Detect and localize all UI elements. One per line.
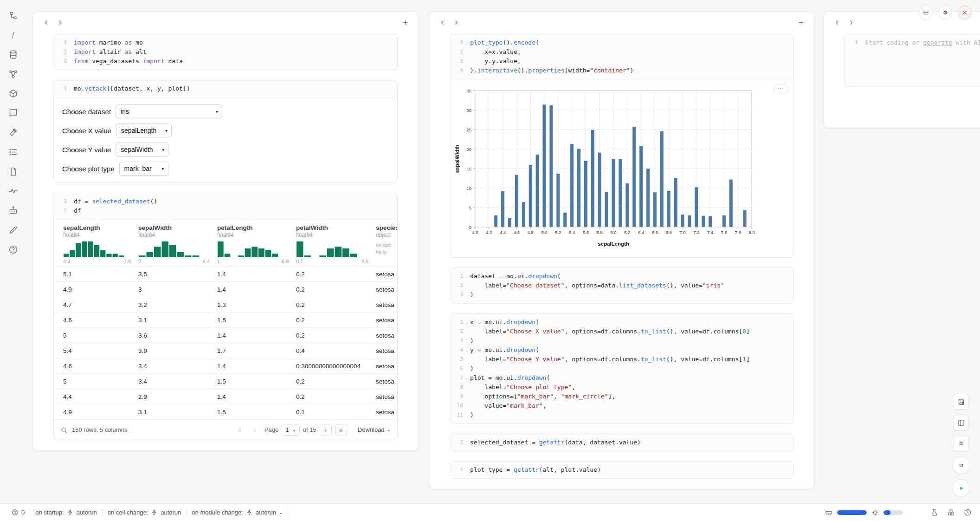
- line-number: 9: [452, 392, 463, 401]
- altair-bar-chart[interactable]: 4.04.24.44.64.85.05.25.45.65.86.06.26.46…: [454, 85, 756, 249]
- code-line: 4).interactive().properties(width="conta…: [452, 66, 788, 75]
- cell-editor[interactable]: 1⌄dataset = mo.ui.dropdown(2 label="Choo…: [450, 268, 793, 303]
- fold-marker: [463, 465, 470, 475]
- dropdown-select[interactable]: mark_bar▾: [119, 162, 168, 176]
- autorun-setting-2[interactable]: on module change:autorun⌄: [187, 509, 288, 516]
- last-page-button[interactable]: »: [335, 424, 347, 436]
- table-row[interactable]: 53.41.50.2setosa: [54, 373, 397, 389]
- dropdown-select[interactable]: iris▾: [116, 104, 222, 118]
- save-button[interactable]: [953, 394, 969, 410]
- svg-text:5.0: 5.0: [541, 230, 547, 235]
- chevron-down-icon: ⌄: [292, 427, 296, 432]
- sidebar-item-help[interactable]: [7, 243, 19, 256]
- dropdown-select[interactable]: sepalWidth▾: [116, 143, 168, 156]
- shutdown-button[interactable]: [958, 6, 972, 20]
- table-row[interactable]: 4.63.11.50.2setosa: [54, 312, 397, 327]
- cell-editor[interactable]: 1df = selected_dataset()2df: [54, 193, 397, 219]
- table-row[interactable]: 53.61.40.2setosa: [54, 327, 397, 343]
- plot-cell: 1⌄plot_type().encode(2 x=x.value,3 y=y.v…: [450, 34, 793, 258]
- sidebar-item-variables[interactable]: f: [7, 29, 19, 41]
- sidebar-item-dependencies[interactable]: [7, 68, 19, 80]
- fold-marker[interactable]: ⌄: [463, 38, 470, 47]
- column-header[interactable]: petalWidthfloat640.12.5: [292, 224, 372, 264]
- autorun-setting-0[interactable]: on startup:autorun: [30, 509, 102, 516]
- cell-editor[interactable]: 1plot_type = getattr(alt, plot.value): [450, 462, 793, 478]
- sidebar-item-documentation[interactable]: [7, 107, 19, 119]
- sidebar-item-ai-chat[interactable]: [7, 204, 19, 217]
- fold-marker: [463, 290, 470, 300]
- line-number: 1: [452, 318, 463, 327]
- chart-output: 4.04.24.44.64.85.05.25.45.65.86.06.26.46…: [450, 79, 793, 257]
- column-right-button[interactable]: [53, 16, 66, 29]
- column-left-button[interactable]: [436, 16, 449, 29]
- logs-icon: [8, 186, 18, 196]
- page-select[interactable]: 1⌄: [282, 424, 300, 436]
- settings-button[interactable]: ⚙: [938, 6, 952, 20]
- cell-editor[interactable]: 1import marimo as mo2import altair as al…: [54, 34, 397, 70]
- column-right-button[interactable]: [845, 16, 858, 29]
- table-row[interactable]: 4.63.41.40.30000000000000004setosa: [54, 358, 397, 373]
- editor-placeholder: Start coding or generate with AI: [865, 38, 980, 47]
- generate-with-ai-link[interactable]: generate: [923, 39, 952, 46]
- table-row[interactable]: 5.13.51.40.2setosa: [54, 266, 397, 281]
- sidebar-item-snippets[interactable]: [7, 165, 19, 178]
- layout-button[interactable]: [953, 415, 969, 430]
- sidebar-item-tools[interactable]: [7, 126, 19, 139]
- vstack-cell: 1mo.vstack([dataset, x, y, plot])Choose …: [53, 80, 398, 183]
- autorun-setting-1[interactable]: on cell change:autorun: [103, 509, 187, 516]
- cell-editor[interactable]: 1⌄x = mo.ui.dropdown(2 label="Choose X v…: [450, 314, 793, 423]
- sidebar-item-logs[interactable]: [7, 185, 19, 197]
- column-right-button[interactable]: [450, 16, 463, 29]
- column-header[interactable]: sepalLengthfloat644.37.9: [59, 224, 135, 264]
- download-button[interactable]: Download⌄: [358, 426, 391, 433]
- svg-text:7.4: 7.4: [707, 230, 713, 235]
- fold-marker[interactable]: ⌄: [463, 373, 470, 383]
- column-left-button[interactable]: [831, 16, 844, 29]
- dropdown-select[interactable]: sepalLength▾: [116, 124, 172, 137]
- table-row[interactable]: 4.93.11.50.1setosa: [54, 404, 397, 419]
- table-row[interactable]: 4.931.40.2setosa: [54, 281, 397, 297]
- line-number: 8: [452, 383, 463, 392]
- table-row[interactable]: 4.73.21.30.2setosa: [54, 297, 397, 312]
- column-header[interactable]: sepalWidthfloat6424.4: [135, 224, 213, 264]
- run-all-button[interactable]: [952, 479, 970, 497]
- add-cell-button[interactable]: [794, 16, 807, 29]
- search-button[interactable]: [60, 426, 68, 434]
- column-header[interactable]: petalLengthfloat6416.9: [213, 224, 292, 264]
- line-number: 1: [452, 438, 463, 447]
- fold-marker[interactable]: ⌄: [463, 345, 470, 355]
- sidebar-item-file-explorer[interactable]: [7, 9, 19, 22]
- sidebar-item-datasources[interactable]: [7, 48, 19, 61]
- history-button[interactable]: [961, 507, 974, 519]
- column-histogram: [217, 241, 278, 257]
- fold-marker[interactable]: ⌄: [463, 272, 470, 281]
- command-icon: ⌘: [957, 440, 965, 448]
- prev-page-button[interactable]: ‹: [249, 424, 261, 436]
- cpu-meter: [883, 510, 903, 515]
- experiments-button[interactable]: [928, 507, 940, 519]
- chart-options-button[interactable]: [774, 84, 787, 93]
- error-count-button[interactable]: 0: [6, 509, 30, 516]
- cell-editor[interactable]: 1mo.vstack([dataset, x, y, plot]): [54, 80, 397, 97]
- add-cell-button[interactable]: [399, 16, 412, 29]
- sidebar-item-packages[interactable]: [7, 87, 19, 100]
- first-page-button[interactable]: «: [234, 424, 246, 436]
- menu-button[interactable]: [919, 6, 933, 20]
- fold-marker[interactable]: ⌄: [463, 318, 470, 327]
- sidebar-item-scratchpad[interactable]: [7, 224, 19, 236]
- next-page-button[interactable]: ›: [320, 424, 332, 436]
- cell-editor[interactable]: 1Start coding or generate with AI: [845, 34, 980, 86]
- sidebar-item-outline[interactable]: [7, 146, 19, 158]
- interrupt-button[interactable]: [952, 456, 970, 474]
- cell-editor[interactable]: 1⌄plot_type().encode(2 x=x.value,3 y=y.v…: [450, 34, 793, 79]
- column-header[interactable]: speciesobjectuniquenulls:: [372, 224, 397, 264]
- code-line: 1⌄dataset = mo.ui.dropdown(: [452, 272, 788, 281]
- packages-button[interactable]: [945, 507, 957, 519]
- plot-type-cell: 1plot_type = getattr(alt, plot.value): [450, 461, 793, 479]
- column-left-button[interactable]: [39, 16, 52, 29]
- cell-editor[interactable]: 1selected_dataset = getattr(data, datase…: [450, 434, 793, 451]
- table-row[interactable]: 4.42.91.40.2setosa: [54, 389, 397, 404]
- shortcuts-button[interactable]: ⌘: [953, 436, 969, 451]
- fold-marker: [463, 47, 470, 57]
- table-row[interactable]: 5.43.91.70.4setosa: [54, 343, 397, 358]
